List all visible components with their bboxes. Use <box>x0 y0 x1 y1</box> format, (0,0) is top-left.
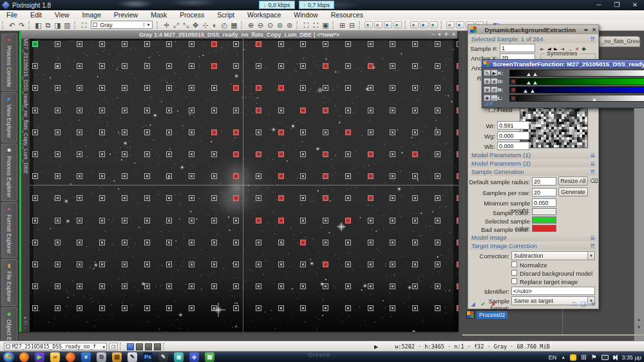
dbe-sample-marker[interactable] <box>233 63 239 69</box>
stf-unlink-icon[interactable]: ✕ <box>511 96 516 101</box>
dbe-sample-marker[interactable] <box>32 218 38 224</box>
split-left-icon[interactable]: ◨ <box>53 20 62 30</box>
dbe-sample-marker[interactable] <box>345 108 351 113</box>
dbe-sample-marker[interactable] <box>435 85 440 91</box>
firefox-icon[interactable] <box>19 352 29 362</box>
dbe-sample-marker[interactable] <box>390 173 395 179</box>
dbe-sample-marker[interactable] <box>323 218 328 224</box>
dbe-sample-marker[interactable] <box>233 218 239 224</box>
dbe-sample-marker[interactable] <box>211 108 217 113</box>
menu-preview[interactable]: Preview <box>108 11 144 19</box>
dbe-sample-marker[interactable] <box>144 129 150 135</box>
dbe-sample-marker[interactable] <box>32 151 38 157</box>
dock-tab-process-console[interactable]: ▼Process Console <box>1 33 17 91</box>
dbe-sample-marker[interactable] <box>144 283 150 289</box>
dbe-sample-marker[interactable] <box>457 240 459 245</box>
dbe-sample-marker[interactable] <box>278 218 284 224</box>
redo-icon[interactable]: ↷ <box>17 20 26 30</box>
dbe-sample-marker[interactable] <box>122 218 128 224</box>
dbe-sample-marker[interactable] <box>99 262 105 267</box>
stf-marker-handle[interactable] <box>527 73 531 76</box>
dbe-sample-marker[interactable] <box>412 108 418 113</box>
dbe-sample-marker[interactable] <box>77 63 82 69</box>
dbe-sample-marker[interactable] <box>55 41 61 47</box>
dbe-sample-marker[interactable] <box>323 283 328 289</box>
workspace-1-button[interactable] <box>127 343 134 350</box>
document-icon[interactable]: ▤ <box>112 352 122 362</box>
dbe-sample-marker[interactable] <box>256 108 261 113</box>
fill-window-icon[interactable]: ▣ <box>321 20 330 30</box>
dbe-sample-marker[interactable] <box>256 283 261 289</box>
dbe-sample-marker[interactable] <box>457 108 459 113</box>
zoom-out-icon[interactable]: ⊖ <box>491 86 498 93</box>
dbe-sample-marker[interactable] <box>323 151 328 157</box>
dbe-sample-marker[interactable] <box>412 305 418 311</box>
dbe-sample-marker[interactable] <box>256 173 261 179</box>
dbe-sample-marker[interactable] <box>122 283 128 289</box>
clock-icon[interactable]: ◴ <box>220 20 229 30</box>
dbe-sample-marker[interactable] <box>390 218 395 224</box>
dbe-sample-marker[interactable] <box>390 283 395 289</box>
dbe-sample-marker[interactable] <box>368 41 374 47</box>
dbe-sample-marker[interactable] <box>55 108 61 113</box>
dbe-sample-marker[interactable] <box>32 108 38 113</box>
dbe-sample-marker[interactable] <box>345 151 351 157</box>
dbe-sample-marker[interactable] <box>77 85 82 91</box>
dbe-sample-marker[interactable] <box>32 305 38 311</box>
dbe-sample-marker[interactable] <box>166 195 172 201</box>
menu-edit[interactable]: Edit <box>24 11 48 19</box>
stf-toggle-icon[interactable] <box>420 21 428 28</box>
dbe-sample-marker[interactable] <box>77 240 82 245</box>
dbe-sample-marker[interactable] <box>189 151 194 157</box>
selected-sample-color-swatch[interactable] <box>532 216 556 224</box>
dbe-sample-marker[interactable] <box>345 262 351 267</box>
dbe-sample-marker[interactable] <box>77 195 82 201</box>
dbe-sample-marker[interactable] <box>278 240 284 245</box>
dbe-sample-marker[interactable] <box>278 129 284 135</box>
dbe-sample-marker[interactable] <box>99 151 105 157</box>
dbe-sample-marker[interactable] <box>77 129 82 135</box>
dbe-sample-marker[interactable] <box>211 218 217 224</box>
section-selected-sample[interactable]: Selected Sample: 1 of 264⇈ <box>469 35 597 43</box>
image-iconize-button[interactable]: ─ <box>431 31 435 39</box>
dock-tab-file-explorer[interactable]: ▮File Explorer <box>1 259 17 306</box>
workspace-3-button[interactable] <box>145 343 152 350</box>
dbe-sample-marker[interactable] <box>300 195 306 201</box>
dbe-sample-marker[interactable] <box>412 240 418 245</box>
dbe-sample-marker[interactable] <box>211 129 217 135</box>
dbe-sample-marker[interactable] <box>412 63 418 69</box>
dbe-sample-marker[interactable] <box>211 305 217 311</box>
tray-expand-icon[interactable]: ▲ <box>561 355 565 359</box>
dbe-sample-marker[interactable] <box>32 262 38 267</box>
view-selector[interactable]: M27_25105015_DSS_ready_no_f ▼ <box>4 343 107 350</box>
dbe-sample-marker[interactable] <box>122 240 128 245</box>
dbe-sample-marker[interactable] <box>345 41 351 47</box>
dbe-sample-marker[interactable] <box>412 85 418 91</box>
dbe-sample-marker[interactable] <box>435 41 440 47</box>
dbe-sample-marker[interactable] <box>144 63 150 69</box>
expand-icon[interactable]: ⇊ <box>590 160 595 167</box>
dbe-sample-marker[interactable] <box>368 218 374 224</box>
dbe-sample-marker[interactable] <box>144 262 150 267</box>
dbe-sample-marker[interactable] <box>55 63 61 69</box>
dbe-sample-marker[interactable] <box>211 195 217 201</box>
dbe-sample-marker[interactable] <box>435 195 440 201</box>
stf-window[interactable]: ScreenTransferFunction: M27_25105015_DSS… <box>482 59 644 108</box>
dbe-sample-marker[interactable] <box>278 195 284 201</box>
dbe-sample-marker[interactable] <box>166 85 172 91</box>
dbe-sample-marker[interactable] <box>99 195 105 201</box>
dbe-sample-marker[interactable] <box>122 151 128 157</box>
dbe-sample-marker[interactable] <box>211 63 217 69</box>
dbe-sample-marker[interactable] <box>457 63 459 69</box>
dbe-sample-marker[interactable] <box>99 305 105 311</box>
dbe-sample-marker[interactable] <box>211 283 217 289</box>
stf-titlebar[interactable]: ScreenTransferFunction: M27_25105015_DSS… <box>482 60 644 68</box>
shrink-icon[interactable]: ⤡ <box>181 20 191 30</box>
dbe-sample-marker[interactable] <box>32 195 38 201</box>
stf-toggle-icon[interactable] <box>365 21 373 28</box>
dbe-sample-marker[interactable] <box>77 262 82 267</box>
collapse-icon[interactable]: ⇈ <box>590 35 595 43</box>
move-icon[interactable]: ✥ <box>191 20 200 30</box>
dbe-sample-marker[interactable] <box>457 305 459 311</box>
dbe-sample-marker[interactable] <box>368 195 374 201</box>
